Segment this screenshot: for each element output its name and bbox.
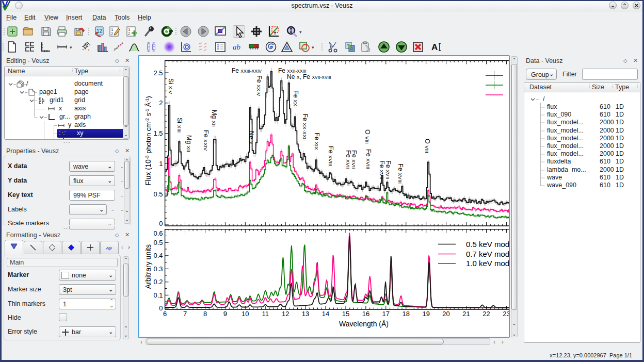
svg-text:Si XIII: Si XIII bbox=[176, 118, 183, 133]
svg-text:0.4: 0.4 bbox=[153, 252, 163, 259]
svg-text:Fe XVIII: Fe XVIII bbox=[365, 149, 372, 169]
svg-text:1: 1 bbox=[159, 160, 163, 168]
svg-text:Arbitrary units: Arbitrary units bbox=[144, 244, 152, 289]
svg-text:2: 2 bbox=[128, 31, 131, 36]
svg-text:Fe XXIII-XXIV: Fe XXIII-XXIV bbox=[232, 67, 262, 74]
svg-text:1.0 keV model: 1.0 keV model bbox=[466, 259, 509, 268]
svg-text:Wavelength (Å): Wavelength (Å) bbox=[339, 320, 389, 328]
svg-text:7: 7 bbox=[183, 310, 187, 318]
svg-text:Fe XXIV: Fe XXIV bbox=[255, 75, 263, 96]
svg-text:2.5: 2.5 bbox=[153, 69, 163, 77]
svg-text:17: 17 bbox=[382, 310, 390, 318]
svg-text:Fe XVIII: Fe XVIII bbox=[397, 163, 404, 184]
svg-text:15: 15 bbox=[342, 310, 349, 318]
svg-text:6: 6 bbox=[163, 310, 167, 318]
svg-text:0: 0 bbox=[159, 220, 163, 227]
svg-text:Flux (10-3 photon cm-2 s-1 Å-1: Flux (10-3 photon cm-2 s-1 Å-1) bbox=[144, 96, 152, 186]
svg-text:2: 2 bbox=[159, 99, 163, 107]
svg-text:Ne X, Fe XVII-XVIII: Ne X, Fe XVII-XVIII bbox=[287, 73, 331, 80]
svg-text:16: 16 bbox=[362, 310, 369, 318]
svg-text:21: 21 bbox=[462, 310, 470, 318]
svg-text:22: 22 bbox=[482, 310, 490, 318]
svg-text:Fe XVII: Fe XVII bbox=[378, 160, 385, 179]
svg-text:A: A bbox=[431, 42, 438, 52]
svg-text:8: 8 bbox=[203, 310, 207, 318]
svg-text:0.2: 0.2 bbox=[153, 278, 163, 286]
svg-text:18: 18 bbox=[403, 310, 410, 318]
svg-text:11: 11 bbox=[262, 310, 269, 318]
svg-text:13: 13 bbox=[302, 310, 309, 318]
svg-text:ab: ab bbox=[233, 43, 241, 51]
svg-text:0.7 keV model: 0.7 keV model bbox=[466, 250, 509, 258]
svg-text:O VIII: O VIII bbox=[424, 139, 431, 153]
svg-text:Si XIV: Si XIV bbox=[167, 78, 174, 94]
svg-text:Fe XVIII: Fe XVIII bbox=[327, 146, 334, 166]
svg-text:0.3: 0.3 bbox=[153, 265, 163, 273]
svg-text:Ne X: Ne X bbox=[248, 131, 255, 144]
svg-text:19: 19 bbox=[422, 310, 429, 318]
svg-text:2: 2 bbox=[111, 31, 114, 36]
svg-text:O VIII: O VIII bbox=[364, 129, 371, 144]
svg-text:23: 23 bbox=[503, 310, 509, 318]
svg-text:0.6: 0.6 bbox=[153, 229, 163, 237]
svg-text:Mg XII: Mg XII bbox=[211, 110, 218, 127]
svg-text:20: 20 bbox=[442, 310, 449, 318]
svg-text:9: 9 bbox=[223, 310, 227, 318]
svg-text:0.1: 0.1 bbox=[153, 291, 163, 299]
svg-text:Fe XX-XXII: Fe XX-XXII bbox=[301, 113, 309, 141]
svg-text:0.5: 0.5 bbox=[153, 239, 163, 246]
svg-text:1.5: 1.5 bbox=[153, 129, 163, 137]
svg-text:12: 12 bbox=[282, 310, 289, 318]
svg-text:0.5: 0.5 bbox=[153, 190, 163, 198]
svg-text:Mg XII: Mg XII bbox=[185, 135, 192, 152]
svg-text:Fe XXIV: Fe XXIV bbox=[202, 130, 210, 151]
svg-text:Fe XVII: Fe XVII bbox=[350, 150, 358, 169]
svg-text:14: 14 bbox=[322, 310, 329, 318]
svg-text:Fe XIX: Fe XIX bbox=[313, 133, 320, 150]
svg-text:10: 10 bbox=[242, 310, 249, 318]
svg-text:0: 0 bbox=[159, 304, 163, 312]
svg-text:0.5 keV model: 0.5 keV model bbox=[466, 240, 509, 249]
svg-text:Fe XXI: Fe XXI bbox=[292, 90, 299, 108]
svg-text:Fe XVII: Fe XVII bbox=[384, 160, 392, 179]
